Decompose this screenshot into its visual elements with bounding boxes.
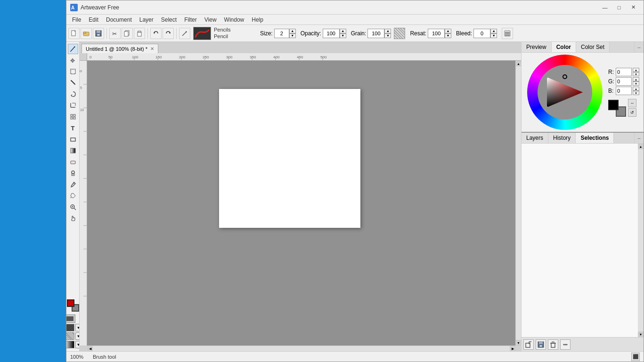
grain-up[interactable]: ▲ <box>384 29 391 33</box>
canvas-viewport[interactable] <box>87 61 515 346</box>
resat-input[interactable]: 100 <box>428 29 445 38</box>
sel-delete-btn[interactable] <box>548 339 558 350</box>
brush-opacity-option[interactable] <box>66 341 74 348</box>
maximize-button[interactable]: □ <box>612 3 626 12</box>
tab-history[interactable]: History <box>548 133 576 143</box>
b-down[interactable]: ▼ <box>633 91 639 95</box>
brush-options-1[interactable] <box>66 314 75 323</box>
tool-move[interactable]: ✥ <box>68 55 78 65</box>
r-input[interactable] <box>616 68 632 76</box>
brush-texture-arrow[interactable]: ▼ <box>75 332 80 340</box>
sel-new-btn[interactable] <box>523 339 534 350</box>
r-up[interactable]: ▲ <box>633 68 639 72</box>
scroll-left-btn[interactable]: ◀ <box>87 346 93 352</box>
toolbar-redo[interactable] <box>163 28 174 39</box>
size-input[interactable]: 2 <box>274 29 289 38</box>
menu-document[interactable]: Document <box>102 16 136 24</box>
color-panel-collapse[interactable]: – <box>634 42 644 52</box>
grain-texture-preview[interactable] <box>394 28 405 39</box>
brush-name-selector[interactable]: Pencils Pencil <box>214 27 256 39</box>
fg-color-swatch[interactable] <box>608 100 619 110</box>
g-down[interactable]: ▼ <box>633 81 639 86</box>
sel-save-btn[interactable] <box>536 339 546 350</box>
status-options-btn[interactable]: ⬛ <box>631 353 640 361</box>
tool-hand[interactable] <box>68 213 78 224</box>
sel-options-btn[interactable] <box>560 339 571 350</box>
size-down[interactable]: ▼ <box>289 33 296 38</box>
tool-eraser[interactable] <box>68 157 78 167</box>
swap-colors-btn[interactable]: ↔ <box>628 99 636 107</box>
tool-eyedrop[interactable] <box>68 179 78 190</box>
menu-window[interactable]: Window <box>220 16 248 24</box>
opacity-input[interactable]: 100 <box>323 29 340 38</box>
reset-colors-btn[interactable]: ↺ <box>628 108 636 117</box>
canvas-tab-untitled[interactable]: Untitled 1 @ 100% (8-bit) * ✕ <box>82 44 158 53</box>
selections-panel-collapse[interactable]: – <box>634 133 644 143</box>
tab-layers[interactable]: Layers <box>522 133 548 143</box>
minimize-button[interactable]: — <box>598 3 611 12</box>
scroll-down-btn[interactable]: ▼ <box>516 340 522 346</box>
scrollbar-vertical[interactable]: ▲ ▼ <box>515 61 521 346</box>
toolbar-open[interactable] <box>81 28 92 39</box>
tab-color[interactable]: Color <box>552 42 576 52</box>
tool-crop[interactable] <box>68 100 78 111</box>
tool-lasso[interactable] <box>68 89 78 99</box>
menu-help[interactable]: Help <box>248 16 267 24</box>
tool-pencil[interactable] <box>68 44 78 54</box>
size-up[interactable]: ▲ <box>289 29 296 33</box>
tool-shape[interactable] <box>68 134 78 145</box>
bleed-up[interactable]: ▲ <box>490 29 497 33</box>
canvas-paper[interactable] <box>219 89 360 228</box>
brush-option-arrow[interactable]: ▼ <box>75 324 80 331</box>
scroll-right-btn[interactable]: ▶ <box>510 346 515 352</box>
menu-edit[interactable]: Edit <box>85 16 102 24</box>
menu-view[interactable]: View <box>201 16 220 24</box>
canvas-tab-close[interactable]: ✕ <box>150 46 154 51</box>
tool-fill[interactable] <box>68 191 78 201</box>
toolbar-undo[interactable] <box>150 28 162 39</box>
close-button[interactable]: ✕ <box>627 3 640 12</box>
menu-select[interactable]: Select <box>157 16 180 24</box>
tool-select-rect[interactable] <box>68 66 78 77</box>
resat-up[interactable]: ▲ <box>445 29 451 33</box>
toolbar-copy[interactable] <box>122 28 133 39</box>
toolbar-pencil-tool[interactable] <box>179 28 190 39</box>
opacity-up[interactable]: ▲ <box>340 29 346 33</box>
r-down[interactable]: ▼ <box>633 72 639 76</box>
bleed-input[interactable]: 0 <box>473 29 490 38</box>
b-up[interactable]: ▲ <box>633 87 639 91</box>
brush-texture-option[interactable] <box>66 332 74 340</box>
toolbar-new[interactable] <box>68 28 80 39</box>
grain-down[interactable]: ▼ <box>384 33 391 38</box>
brush-color-option[interactable] <box>66 324 74 331</box>
g-up[interactable]: ▲ <box>633 77 639 81</box>
toolbar-paste[interactable] <box>134 28 145 39</box>
menu-file[interactable]: File <box>68 16 85 24</box>
b-input[interactable] <box>616 87 632 95</box>
brush-preview-box[interactable] <box>193 27 211 40</box>
tab-selections[interactable]: Selections <box>576 133 614 143</box>
toolbar-save[interactable] <box>93 28 104 39</box>
tool-text[interactable]: T <box>68 123 78 133</box>
tool-zoom[interactable] <box>68 202 78 212</box>
menu-layer[interactable]: Layer <box>136 16 157 24</box>
color-wheel-svg[interactable] <box>527 55 603 130</box>
tool-brush[interactable] <box>68 78 78 88</box>
tool-grid[interactable] <box>68 112 78 122</box>
grain-input[interactable]: 100 <box>367 29 384 38</box>
opacity-down[interactable]: ▼ <box>340 33 346 38</box>
tool-gradient[interactable] <box>68 145 78 156</box>
toolbar-cut[interactable]: ✂ <box>109 28 121 39</box>
scrollbar-horizontal[interactable]: ◀ ▶ <box>87 346 515 351</box>
foreground-color-swatch[interactable] <box>67 299 74 307</box>
brush-opacity-arrow[interactable]: ▼ <box>75 341 80 348</box>
sel-scroll-down[interactable]: ▼ <box>638 331 644 337</box>
tool-stamp[interactable] <box>68 168 78 178</box>
bleed-down[interactable]: ▼ <box>490 33 497 38</box>
g-input[interactable] <box>616 77 632 86</box>
toolbar-settings[interactable] <box>502 28 513 39</box>
menu-filter[interactable]: Filter <box>180 16 201 24</box>
tab-preview[interactable]: Preview <box>522 42 552 52</box>
scroll-up-btn[interactable]: ▲ <box>516 61 522 66</box>
sel-scroll-up[interactable]: ▲ <box>638 144 644 149</box>
